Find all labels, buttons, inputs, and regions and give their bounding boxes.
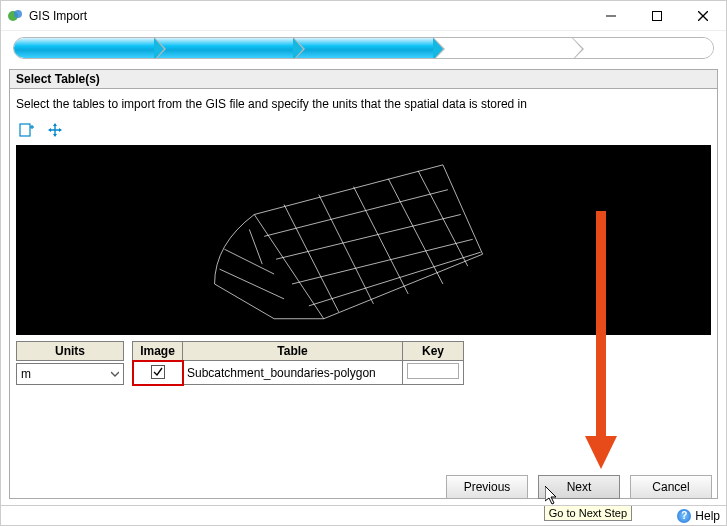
maximize-button[interactable] xyxy=(634,1,680,31)
units-select[interactable]: m xyxy=(16,363,124,385)
chevron-down-icon xyxy=(111,367,119,381)
help-icon[interactable]: ? xyxy=(677,509,691,523)
select-tables-panel: Select Table(s) Select the tables to imp… xyxy=(9,69,718,499)
help-label[interactable]: Help xyxy=(695,509,720,523)
previous-button[interactable]: Previous xyxy=(446,475,528,499)
progress-step-4 xyxy=(433,38,573,58)
svg-line-20 xyxy=(220,269,285,299)
svg-marker-9 xyxy=(254,165,482,319)
panel-instruction: Select the tables to import from the GIS… xyxy=(10,89,717,119)
svg-line-12 xyxy=(354,187,409,294)
key-cell[interactable] xyxy=(407,363,459,379)
svg-line-21 xyxy=(249,229,262,264)
svg-line-17 xyxy=(292,239,473,284)
panel-title: Select Table(s) xyxy=(10,70,717,89)
progress-step-2 xyxy=(154,38,294,58)
progress-step-3 xyxy=(293,38,433,58)
minimize-button[interactable] xyxy=(588,1,634,31)
close-button[interactable] xyxy=(680,1,726,31)
zoom-extent-icon[interactable] xyxy=(18,121,36,139)
units-value: m xyxy=(21,367,31,381)
svg-line-15 xyxy=(264,190,448,237)
svg-rect-6 xyxy=(20,124,30,136)
col-header-table: Table xyxy=(183,342,403,361)
statusbar: ? Help xyxy=(1,505,726,525)
progress-step-1 xyxy=(14,38,154,58)
svg-line-10 xyxy=(284,205,339,312)
svg-line-13 xyxy=(388,179,443,284)
col-header-image: Image xyxy=(133,342,183,361)
svg-point-1 xyxy=(14,10,22,18)
table-row: Subcatchment_boundaries-polygon xyxy=(133,361,464,385)
svg-line-19 xyxy=(224,249,274,274)
svg-line-18 xyxy=(309,252,481,306)
col-header-key: Key xyxy=(403,342,464,361)
svg-line-16 xyxy=(276,214,461,259)
image-checkbox[interactable] xyxy=(151,365,165,379)
table-name-cell[interactable]: Subcatchment_boundaries-polygon xyxy=(183,361,403,385)
pan-move-icon[interactable] xyxy=(46,121,64,139)
wizard-progress xyxy=(1,31,726,65)
mouse-cursor-icon xyxy=(545,486,561,509)
spatial-preview[interactable] xyxy=(16,145,711,335)
titlebar: GIS Import xyxy=(1,1,726,31)
cancel-button[interactable]: Cancel xyxy=(630,475,712,499)
units-header: Units xyxy=(16,341,124,361)
tables-grid: Image Table Key Subcatchment_boundaries-… xyxy=(132,341,464,385)
window-title: GIS Import xyxy=(29,9,588,23)
svg-rect-3 xyxy=(653,11,662,20)
progress-step-5 xyxy=(572,38,713,58)
app-icon xyxy=(7,8,23,24)
